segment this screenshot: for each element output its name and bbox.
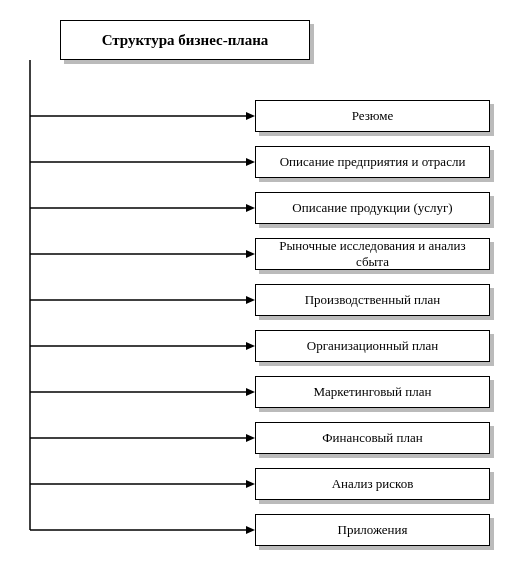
svg-marker-18 [246, 480, 255, 488]
diagram-container: Структура бизнес-плана РезюмеОписание пр… [0, 0, 511, 571]
item-box: Описание продукции (услуг) [255, 192, 490, 224]
item-box: Маркетинговый план [255, 376, 490, 408]
item-label: Производственный план [305, 292, 441, 308]
item-label: Приложения [338, 522, 408, 538]
svg-marker-14 [246, 388, 255, 396]
item-box: Описание предприятия и отрасли [255, 146, 490, 178]
svg-marker-16 [246, 434, 255, 442]
item-label: Маркетинговый план [314, 384, 432, 400]
item-box: Рыночные исследования и анализ сбыта [255, 238, 490, 270]
item-box: Производственный план [255, 284, 490, 316]
svg-marker-2 [246, 112, 255, 120]
item-box: Финансовый план [255, 422, 490, 454]
svg-marker-8 [246, 250, 255, 258]
svg-marker-12 [246, 342, 255, 350]
item-label: Описание предприятия и отрасли [280, 154, 466, 170]
item-label: Организационный план [307, 338, 438, 354]
title-text: Структура бизнес-плана [102, 32, 269, 49]
svg-marker-20 [246, 526, 255, 534]
svg-marker-4 [246, 158, 255, 166]
item-label: Финансовый план [322, 430, 422, 446]
item-label: Анализ рисков [332, 476, 414, 492]
svg-marker-10 [246, 296, 255, 304]
item-label: Рыночные исследования и анализ сбыта [262, 238, 483, 270]
item-box: Приложения [255, 514, 490, 546]
item-box: Организационный план [255, 330, 490, 362]
item-label: Описание продукции (услуг) [292, 200, 452, 216]
title-box: Структура бизнес-плана [60, 20, 310, 60]
item-label: Резюме [352, 108, 394, 124]
item-box: Анализ рисков [255, 468, 490, 500]
item-box: Резюме [255, 100, 490, 132]
svg-marker-6 [246, 204, 255, 212]
